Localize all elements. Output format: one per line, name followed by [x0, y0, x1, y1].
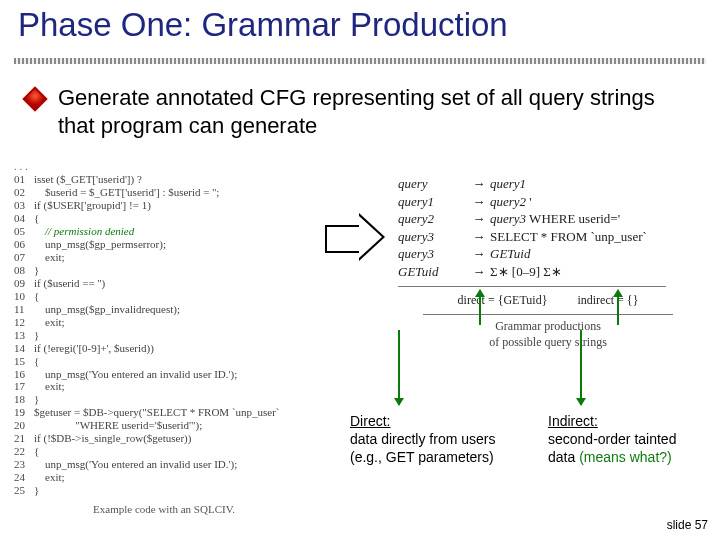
annotation-indirect-label: Indirect: [548, 413, 598, 429]
green-arrow-direct-down-icon [398, 330, 400, 405]
grammar-divider [398, 286, 666, 287]
code-line: 18} [14, 393, 326, 406]
code-line: 07 exit; [14, 251, 326, 264]
code-line: 04{ [14, 212, 326, 225]
code-line: 15{ [14, 355, 326, 368]
grammar-production: query1→query2 ' [398, 193, 698, 211]
code-line: 23 unp_msg('You entered an invalid user … [14, 458, 326, 471]
code-line: 19$getuser = $DB->query("SELECT * FROM `… [14, 406, 326, 419]
grammar-panel: query→query1query1→query2 'query2→query3… [398, 175, 698, 350]
grammar-production: query3→GETuid [398, 245, 698, 263]
grammar-production: GETuid→Σ∗ [0–9] Σ∗ [398, 263, 698, 281]
grammar-caption: Grammar productions of possible query st… [398, 319, 698, 350]
code-line: 21if (!$DB->is_single_row($getuser)) [14, 432, 326, 445]
slide-title: Phase One: Grammar Production [18, 6, 508, 44]
code-line: 12 exit; [14, 316, 326, 329]
annotation-direct-line1: data directly from users [350, 431, 496, 447]
annotation-direct: Direct: data directly from users (e.g., … [350, 412, 540, 467]
direct-set: direct = {GETuid} [458, 293, 548, 308]
bullet-row: Generate annotated CFG representing set … [26, 84, 686, 139]
code-line: 05 // permission denied [14, 225, 326, 238]
diamond-bullet-icon [22, 86, 47, 111]
code-line: 25} [14, 484, 326, 497]
grammar-production: query3→SELECT * FROM `unp_user` [398, 228, 698, 246]
annotation-direct-line2: (e.g., GET parameters) [350, 449, 494, 465]
code-line: 24 exit; [14, 471, 326, 484]
code-example: . . . 01isset ($_GET['userid']) ?02 $use… [14, 160, 326, 510]
code-line: 16 unp_msg('You entered an invalid user … [14, 368, 326, 381]
transform-arrow-icon [325, 215, 387, 259]
code-line: 17 exit; [14, 380, 326, 393]
code-line: 13} [14, 329, 326, 342]
slide: Phase One: Grammar Production Generate a… [0, 0, 720, 540]
bullet-text: Generate annotated CFG representing set … [58, 84, 686, 139]
green-arrow-direct-up-icon [479, 290, 481, 325]
code-line: 06 unp_msg($gp_permserror); [14, 238, 326, 251]
code-line: 09if ($userid == '') [14, 277, 326, 290]
grammar-production: query→query1 [398, 175, 698, 193]
annotation-indirect-line1: second-order tainted [548, 431, 676, 447]
annotation-indirect-line2a: data [548, 449, 579, 465]
code-line: 02 $userid = $_GET['userid'] : $userid =… [14, 186, 326, 199]
code-line: 10{ [14, 290, 326, 303]
grammar-productions: query→query1query1→query2 'query2→query3… [398, 175, 698, 280]
green-arrow-indirect-up-icon [617, 290, 619, 325]
code-line: 11 unp_msg($gp_invalidrequest); [14, 303, 326, 316]
title-divider [14, 58, 706, 64]
grammar-sets: direct = {GETuid} indirect = {} [398, 293, 698, 308]
annotation-indirect: Indirect: second-order tainted data (mea… [548, 412, 718, 467]
code-line: 03if ($USER['groupid'] != 1) [14, 199, 326, 212]
green-arrow-indirect-down-icon [580, 330, 582, 405]
grammar-divider-2 [423, 314, 673, 315]
code-line: 08} [14, 264, 326, 277]
indirect-set: indirect = {} [577, 293, 638, 308]
code-line: 01isset ($_GET['userid']) ? [14, 173, 326, 186]
annotation-direct-label: Direct: [350, 413, 390, 429]
code-line: 20 "WHERE userid='$userid'"); [14, 419, 326, 432]
code-lines: 01isset ($_GET['userid']) ?02 $userid = … [14, 173, 326, 497]
code-line: 14if (!eregi('[0-9]+', $userid)) [14, 342, 326, 355]
grammar-production: query2→query3 WHERE userid=' [398, 210, 698, 228]
slide-number: slide 57 [667, 518, 708, 532]
code-caption: Example code with an SQLCIV. [14, 503, 294, 516]
code-line: 22{ [14, 445, 326, 458]
annotation-indirect-line2b: (means what?) [579, 449, 672, 465]
code-ellipsis: . . . [14, 160, 326, 173]
